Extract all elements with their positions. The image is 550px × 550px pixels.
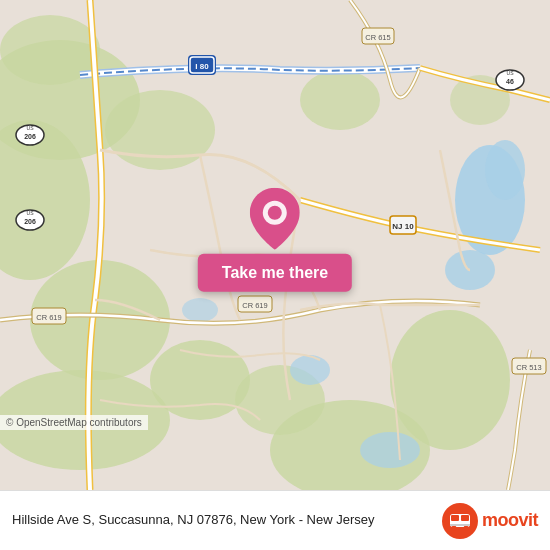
svg-point-17	[182, 298, 218, 322]
svg-text:US: US	[507, 70, 515, 76]
map-pin	[245, 188, 305, 258]
svg-text:CR 615: CR 615	[365, 33, 390, 42]
copyright-bar: © OpenStreetMap contributors	[0, 415, 148, 430]
take-me-there-button[interactable]: Take me there	[198, 254, 352, 292]
svg-point-14	[485, 140, 525, 200]
svg-text:US: US	[27, 210, 35, 216]
svg-point-48	[463, 525, 468, 530]
svg-text:CR 619: CR 619	[242, 301, 267, 310]
svg-text:206: 206	[24, 218, 36, 225]
map-container: I 80 206 US 206 US 46 US NJ 10 CR 615 CR…	[0, 0, 550, 490]
svg-text:CR 513: CR 513	[516, 363, 541, 372]
svg-point-18	[360, 432, 420, 468]
svg-text:US: US	[27, 125, 35, 131]
svg-text:206: 206	[24, 133, 36, 140]
svg-point-16	[290, 355, 330, 385]
svg-point-42	[268, 206, 282, 220]
button-overlay: Take me there	[198, 188, 352, 292]
svg-point-7	[390, 310, 510, 450]
svg-text:CR 619: CR 619	[36, 313, 61, 322]
info-bar: Hillside Ave S, Succasunna, NJ 07876, Ne…	[0, 490, 550, 550]
svg-text:46: 46	[506, 78, 514, 85]
svg-text:NJ 10: NJ 10	[392, 222, 414, 231]
svg-rect-45	[451, 515, 459, 521]
moovit-bus-icon	[442, 503, 478, 539]
address-text: Hillside Ave S, Succasunna, NJ 07876, Ne…	[12, 511, 432, 529]
svg-rect-46	[461, 515, 469, 521]
svg-rect-49	[450, 524, 470, 526]
svg-text:I 80: I 80	[195, 62, 209, 71]
svg-point-47	[451, 525, 456, 530]
moovit-text: moovit	[482, 510, 538, 531]
copyright-text: © OpenStreetMap contributors	[6, 417, 142, 428]
svg-point-10	[300, 70, 380, 130]
moovit-logo: moovit	[442, 503, 538, 539]
